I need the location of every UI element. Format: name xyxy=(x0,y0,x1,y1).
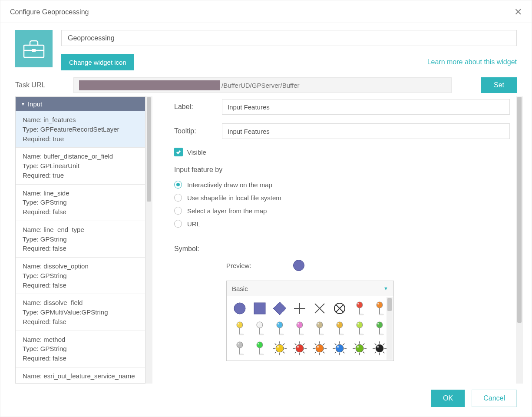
symbol-category-select[interactable]: Basic ▼ xyxy=(226,281,394,296)
svg-rect-2 xyxy=(32,49,36,52)
svg-point-44 xyxy=(377,322,383,328)
preview-label: Preview: xyxy=(226,262,251,269)
input-feature-option[interactable]: Use shapefile in local file system xyxy=(174,194,510,202)
tooltip-field[interactable] xyxy=(222,123,510,139)
svg-point-47 xyxy=(239,354,244,355)
palette-symbol[interactable] xyxy=(230,339,249,358)
url-redacted xyxy=(79,80,220,90)
svg-line-81 xyxy=(323,344,325,345)
radio-icon xyxy=(174,181,182,189)
palette-symbol[interactable] xyxy=(350,339,369,358)
toolbox-icon xyxy=(23,39,45,58)
ok-button[interactable]: OK xyxy=(431,390,465,407)
symbol-preview xyxy=(293,260,304,271)
parameter-item[interactable]: Name: line_end_typeType: GPStringRequire… xyxy=(16,221,145,258)
palette-symbol[interactable] xyxy=(270,339,289,358)
right-scrollbar[interactable] xyxy=(516,96,523,384)
palette-symbol[interactable] xyxy=(250,299,269,318)
palette-symbol[interactable] xyxy=(230,299,249,318)
close-icon[interactable]: ✕ xyxy=(514,7,522,18)
symbol-category-value: Basic xyxy=(232,285,248,292)
input-feature-option[interactable]: Interactively draw on the map xyxy=(174,181,510,189)
palette-symbol[interactable] xyxy=(330,339,349,358)
parameter-item[interactable]: Name: in_featuresType: GPFeatureRecordSe… xyxy=(16,111,145,148)
palette-symbol[interactable] xyxy=(330,319,349,338)
dialog-title: Configure Geoprocessing xyxy=(10,8,89,16)
palette-symbol[interactable] xyxy=(270,299,289,318)
palette-symbol[interactable] xyxy=(250,339,269,358)
svg-point-27 xyxy=(299,334,304,335)
svg-point-103 xyxy=(357,346,359,348)
parameter-item[interactable]: Name: line_sideType: GPStringRequired: f… xyxy=(16,185,145,221)
svg-line-105 xyxy=(383,352,385,354)
widget-name-input[interactable] xyxy=(61,30,517,46)
svg-point-17 xyxy=(238,323,239,324)
input-group-label: Input xyxy=(28,100,42,108)
palette-symbol[interactable] xyxy=(270,319,289,338)
svg-point-29 xyxy=(297,323,299,324)
task-url-input[interactable]: /BufferUD/GPServer/Buffer xyxy=(73,77,452,93)
label-field[interactable] xyxy=(222,99,510,115)
palette-symbol[interactable] xyxy=(310,299,329,318)
parameter-item[interactable]: Name: esri_out_feature_service_nameType:… xyxy=(16,367,145,383)
palette-symbol[interactable] xyxy=(330,299,349,318)
configure-dialog: Configure Geoprocessing ✕ Change widget … xyxy=(0,0,532,417)
cancel-button[interactable]: Cancel xyxy=(472,390,517,407)
svg-point-113 xyxy=(377,346,379,348)
svg-line-67 xyxy=(295,352,297,354)
palette-symbol[interactable] xyxy=(290,319,309,338)
label-field-label: Label: xyxy=(174,103,222,111)
palette-symbol[interactable] xyxy=(290,339,309,358)
svg-point-73 xyxy=(297,346,299,348)
svg-point-25 xyxy=(278,323,279,324)
svg-line-85 xyxy=(343,352,345,354)
palette-symbol[interactable] xyxy=(310,319,329,338)
svg-point-24 xyxy=(277,322,283,328)
svg-point-41 xyxy=(357,323,359,324)
svg-line-69 xyxy=(295,344,297,345)
parameter-item[interactable]: Name: methodType: GPStringRequired: fals… xyxy=(16,331,145,367)
radio-icon xyxy=(174,194,182,202)
svg-point-62 xyxy=(276,344,284,352)
svg-point-82 xyxy=(316,344,324,352)
svg-line-109 xyxy=(375,344,377,345)
svg-point-32 xyxy=(317,322,323,328)
svg-point-20 xyxy=(257,322,263,328)
set-button[interactable]: Set xyxy=(481,77,517,93)
palette-symbol[interactable] xyxy=(350,319,369,338)
svg-point-15 xyxy=(239,334,244,335)
parameter-item[interactable]: Name: dissolve_optionType: GPStringRequi… xyxy=(16,258,145,294)
svg-point-92 xyxy=(336,344,344,352)
palette-symbol[interactable] xyxy=(310,339,329,358)
svg-point-40 xyxy=(357,322,363,328)
input-feature-option[interactable]: URL xyxy=(174,220,510,228)
svg-point-112 xyxy=(376,344,383,352)
svg-line-59 xyxy=(275,344,277,345)
palette-scrollbar[interactable] xyxy=(387,297,393,360)
palette-symbol[interactable] xyxy=(290,299,309,318)
parameter-item[interactable]: Name: dissolve_fieldType: GPMultiValue:G… xyxy=(16,294,145,331)
svg-point-52 xyxy=(257,342,263,348)
parameter-item[interactable]: Name: buffer_distance_or_fieldType: GPLi… xyxy=(16,148,145,184)
svg-point-93 xyxy=(337,346,339,348)
palette-symbol[interactable] xyxy=(230,319,249,338)
svg-point-43 xyxy=(379,334,384,335)
visible-checkbox[interactable] xyxy=(174,148,183,156)
svg-line-89 xyxy=(335,344,337,345)
input-group-header[interactable]: ▼ Input xyxy=(16,97,145,111)
change-widget-icon-button[interactable]: Change widget icon xyxy=(61,54,134,70)
check-icon xyxy=(175,149,182,155)
palette-symbol[interactable] xyxy=(250,319,269,338)
palette-grid xyxy=(230,299,390,358)
svg-point-19 xyxy=(259,334,264,335)
left-scrollbar[interactable] xyxy=(145,96,152,384)
widget-icon-tile[interactable] xyxy=(15,30,53,67)
visible-checkbox-row[interactable]: Visible xyxy=(174,148,510,156)
learn-more-link[interactable]: Learn more about this widget xyxy=(427,58,517,66)
svg-point-63 xyxy=(277,346,279,348)
svg-point-13 xyxy=(377,303,379,304)
svg-point-83 xyxy=(317,346,319,348)
input-feature-option[interactable]: Select a layer from the map xyxy=(174,207,510,215)
svg-point-49 xyxy=(238,343,239,344)
palette-symbol[interactable] xyxy=(350,299,369,318)
